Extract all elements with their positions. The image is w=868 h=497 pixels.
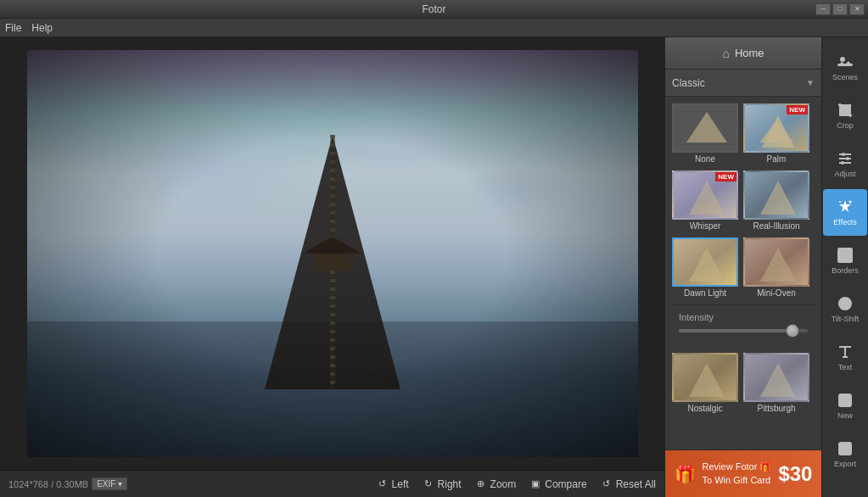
- effect-none[interactable]: None: [672, 103, 738, 165]
- effect-label-whisper: Whisper: [672, 221, 738, 232]
- compare-icon: ▣: [529, 478, 541, 490]
- image-container: [0, 37, 664, 470]
- mini-oven-thumb-image: [745, 239, 809, 287]
- home-label: Home: [735, 47, 764, 59]
- ad-banner[interactable]: 🎁 Review Fotor 🎁 To Win Gift Card $30: [665, 450, 821, 497]
- minimize-button[interactable]: ─: [815, 3, 831, 15]
- reset-button[interactable]: ↺ Reset All: [601, 478, 656, 490]
- effect-thumb-whisper: NEW: [672, 170, 738, 220]
- ad-text-block: Review Fotor 🎁 To Win Gift Card: [703, 461, 772, 487]
- nostalgic-thumb-image: [674, 355, 738, 402]
- borders-icon: [837, 247, 854, 264]
- sidebar-item-crop[interactable]: Crop: [823, 92, 867, 139]
- adjust-label: Adjust: [834, 170, 855, 178]
- sidebar-item-borders[interactable]: Borders: [823, 237, 867, 284]
- rotate-right-label: Right: [438, 478, 462, 490]
- effect-whisper[interactable]: NEW Whisper: [672, 170, 738, 232]
- zoom-button[interactable]: ⊕ Zoom: [475, 478, 517, 490]
- sidebar-item-export[interactable]: Export: [823, 431, 867, 477]
- effect-thumb-pittsburgh: [743, 353, 809, 402]
- effect-label-real-illusion: Real-Illusion: [743, 221, 809, 232]
- home-button[interactable]: ⌂ Home: [665, 37, 821, 70]
- ad-amount: $30: [778, 462, 812, 486]
- compare-button[interactable]: ▣ Compare: [529, 478, 586, 490]
- sidebar-item-text[interactable]: Text: [823, 334, 867, 381]
- effect-label-pittsburgh: Pittsburgh: [743, 404, 809, 415]
- gift-icon: 🎁: [675, 464, 696, 484]
- effect-thumb-palm: NEW: [743, 103, 809, 153]
- rotate-right-icon: ↻: [423, 478, 434, 490]
- ad-line1: Review Fotor 🎁: [703, 461, 772, 473]
- sidebar-item-new[interactable]: New: [823, 383, 867, 429]
- export-label: Export: [834, 460, 856, 468]
- compare-label: Compare: [545, 478, 586, 490]
- new-badge-palm: NEW: [787, 105, 808, 114]
- category-dropdown[interactable]: Classic ▼: [665, 70, 821, 97]
- effect-thumb-dawn-light: [672, 237, 738, 287]
- none-thumb-image: [674, 103, 736, 153]
- file-info: 1024*768 / 0.30MB EXIF ▾: [8, 477, 127, 490]
- maximize-button[interactable]: □: [832, 3, 848, 15]
- effect-palm[interactable]: NEW Palm: [743, 103, 809, 165]
- effects-row-2: NEW Whisper Real-Illusion: [672, 170, 815, 232]
- close-button[interactable]: ✕: [849, 3, 865, 15]
- new-label: New: [837, 411, 853, 420]
- effect-thumb-nostalgic: [672, 353, 738, 402]
- pittsburgh-thumb-image: [745, 355, 809, 402]
- reset-icon: ↺: [601, 478, 613, 490]
- svg-marker-3: [762, 115, 794, 148]
- menu-help[interactable]: Help: [31, 22, 53, 34]
- new-icon: [837, 392, 854, 409]
- scenes-label: Scenes: [832, 73, 858, 81]
- effect-mini-oven[interactable]: Mini-Oven: [743, 237, 809, 299]
- intensity-slider[interactable]: [679, 329, 808, 332]
- svg-point-19: [846, 157, 849, 160]
- intensity-thumb[interactable]: [786, 324, 799, 338]
- menu-file[interactable]: File: [5, 22, 21, 34]
- intensity-fill: [679, 329, 788, 332]
- svg-point-20: [841, 161, 844, 165]
- rotate-right-button[interactable]: ↻ Right: [423, 478, 462, 490]
- exif-button[interactable]: EXIF ▾: [92, 477, 127, 490]
- effects-row-4: Nostalgic Pittsburgh: [672, 353, 815, 415]
- effect-dawn-light[interactable]: Dawn Light: [672, 237, 738, 299]
- right-panel: ⌂ Home Classic ▼: [664, 37, 868, 497]
- effect-thumb-real-illusion: [743, 170, 809, 220]
- tilt-shift-label: Tilt-Shift: [832, 315, 860, 323]
- image-tools: ↺ Left ↻ Right ⊕ Zoom ▣ Compare ↺ Rese: [377, 478, 656, 490]
- effects-icon: [837, 198, 854, 215]
- svg-point-18: [842, 153, 845, 156]
- effect-label-none: None: [672, 154, 738, 165]
- new-badge-whisper: NEW: [715, 172, 736, 181]
- sidebar-icons: Scenes Crop Adjust: [821, 37, 868, 497]
- svg-point-26: [843, 301, 848, 306]
- sidebar-item-scenes[interactable]: Scenes: [823, 44, 867, 91]
- intensity-label: Intensity: [679, 312, 808, 322]
- effect-pittsburgh[interactable]: Pittsburgh: [743, 353, 809, 415]
- effect-label-nostalgic: Nostalgic: [672, 404, 738, 415]
- window-controls: ─ □ ✕: [815, 3, 865, 15]
- rotate-left-button[interactable]: ↺ Left: [377, 478, 409, 490]
- color-tint-overlay: [27, 50, 638, 457]
- sidebar-item-tilt-shift[interactable]: Tilt-Shift: [823, 286, 867, 332]
- text-icon: [837, 343, 854, 360]
- bottom-toolbar: 1024*768 / 0.30MB EXIF ▾ ↺ Left ↻ Right …: [0, 470, 664, 497]
- borders-label: Borders: [832, 266, 859, 275]
- home-icon: ⌂: [722, 47, 729, 60]
- crop-icon: [837, 102, 854, 119]
- main-layout: 1024*768 / 0.30MB EXIF ▾ ↺ Left ↻ Right …: [0, 37, 868, 497]
- app-title: Fotor: [422, 3, 445, 15]
- canvas-area: 1024*768 / 0.30MB EXIF ▾ ↺ Left ↻ Right …: [0, 37, 664, 497]
- effects-grid: None NEW Palm: [665, 97, 821, 450]
- svg-point-21: [849, 201, 852, 204]
- title-bar: Fotor ─ □ ✕: [0, 0, 868, 19]
- zoom-icon: ⊕: [475, 478, 487, 490]
- intensity-area: Intensity: [672, 304, 815, 346]
- sidebar-item-adjust[interactable]: Adjust: [823, 141, 867, 187]
- effect-nostalgic[interactable]: Nostalgic: [672, 353, 738, 415]
- zoom-label: Zoom: [490, 478, 517, 490]
- real-illusion-thumb-image: [745, 172, 809, 220]
- effect-real-illusion[interactable]: Real-Illusion: [743, 170, 809, 232]
- effect-thumb-mini-oven: [743, 237, 809, 287]
- sidebar-item-effects[interactable]: Effects: [823, 189, 867, 236]
